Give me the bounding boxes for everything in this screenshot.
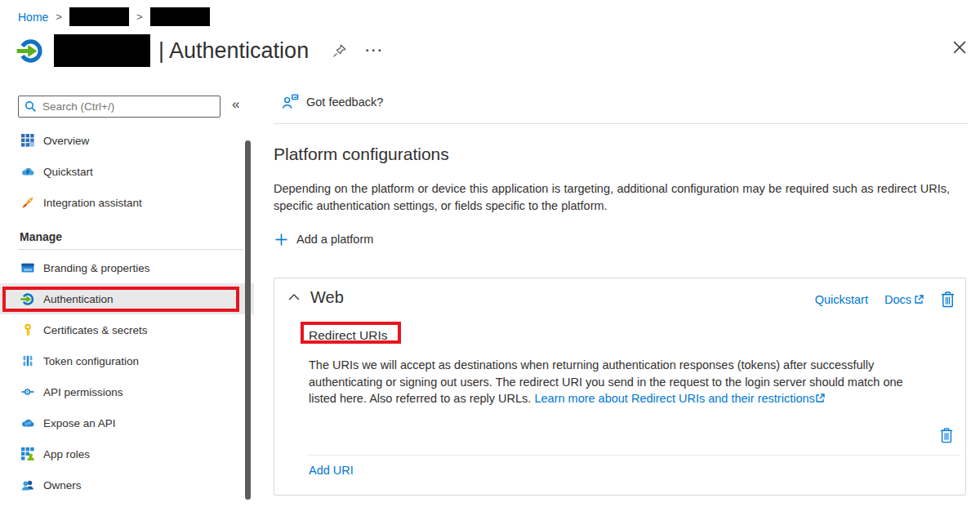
content-divider <box>274 123 968 124</box>
delete-uri-icon[interactable] <box>939 427 954 443</box>
integration-assistant-icon <box>20 196 34 210</box>
web-platform-card: Web Quickstart Docs <box>274 278 966 496</box>
sidebar-item-label: Integration assistant <box>43 197 142 209</box>
overview-icon <box>20 134 34 148</box>
branding-icon: www <box>20 261 34 275</box>
redirect-uris-heading: Redirect URIs <box>309 328 387 343</box>
sidebar-item-token-configuration[interactable]: Token configuration <box>0 345 254 376</box>
svg-text:www: www <box>24 268 33 272</box>
sidebar-section-manage: Manage <box>0 218 254 247</box>
certificates-icon <box>20 323 34 337</box>
docs-link-label: Docs <box>884 293 911 306</box>
sidebar-divider <box>18 249 243 250</box>
web-card-title: Web <box>310 288 344 307</box>
docs-link[interactable]: Docs <box>884 293 924 306</box>
sidebar-item-label: Authentication <box>43 293 114 305</box>
sidebar-item-app-roles[interactable]: App roles <box>0 438 254 469</box>
sidebar-item-overview[interactable]: Overview <box>0 125 254 156</box>
api-permissions-icon <box>20 385 34 399</box>
quickstart-icon <box>20 165 34 179</box>
sidebar-nav: Overview Quickstart Integration assistan… <box>0 125 254 500</box>
external-link-icon <box>815 394 825 403</box>
page-title: | Authentication <box>158 38 309 64</box>
breadcrumb-separator: > <box>136 11 143 23</box>
app-registration-icon <box>16 38 43 64</box>
expose-api-icon <box>20 416 34 430</box>
platform-configurations-description: Depending on the platform or device this… <box>274 180 950 215</box>
sidebar-item-authentication[interactable]: Authentication <box>0 283 254 314</box>
got-feedback-button[interactable]: Got feedback? <box>282 94 383 109</box>
sidebar-search <box>18 96 220 118</box>
sidebar-item-label: App roles <box>43 448 90 460</box>
breadcrumb-separator: > <box>56 11 62 23</box>
close-icon[interactable] <box>953 41 966 54</box>
sidebar-item-integration-assistant[interactable]: Integration assistant <box>0 187 254 218</box>
learn-more-link[interactable]: Learn more about Redirect URIs and their… <box>534 392 814 405</box>
sidebar-item-quickstart[interactable]: Quickstart <box>0 156 254 187</box>
sidebar-item-label: Quickstart <box>43 166 93 178</box>
sidebar-item-label: Overview <box>43 135 89 147</box>
feedback-icon <box>282 94 299 109</box>
sidebar-item-label: Expose an API <box>43 417 116 429</box>
azure-portal-page: Home > > | Authentication ··· <box>0 0 980 507</box>
add-platform-button[interactable]: Add a platform <box>275 233 373 246</box>
add-platform-label: Add a platform <box>296 233 373 246</box>
redacted-breadcrumb-item <box>150 7 210 26</box>
redacted-breadcrumb-item[interactable] <box>69 7 129 26</box>
more-options-icon[interactable]: ··· <box>365 47 384 55</box>
uri-row-divider <box>307 455 960 456</box>
collapse-sidebar-icon[interactable]: « <box>232 96 239 113</box>
web-card-actions: Quickstart Docs <box>815 291 956 308</box>
sidebar-item-api-permissions[interactable]: API permissions <box>0 376 254 407</box>
collapse-section-icon[interactable] <box>288 293 300 301</box>
delete-platform-icon[interactable] <box>940 291 956 308</box>
sidebar-item-expose-an-api[interactable]: Expose an API <box>0 407 254 438</box>
search-box[interactable] <box>18 96 220 118</box>
breadcrumb: Home > > <box>18 7 210 26</box>
breadcrumb-home-link[interactable]: Home <box>18 11 48 24</box>
sidebar-item-label: API permissions <box>43 386 123 398</box>
plus-icon <box>275 233 287 246</box>
token-icon <box>20 354 34 368</box>
search-input[interactable] <box>42 100 206 113</box>
page-header: | Authentication ··· <box>16 34 384 67</box>
sidebar-item-label: Branding & properties <box>43 262 150 274</box>
authentication-icon <box>20 292 34 306</box>
sidebar-item-label: Owners <box>43 479 82 491</box>
quickstart-link[interactable]: Quickstart <box>815 293 868 306</box>
sidebar-item-branding-properties[interactable]: www Branding & properties <box>0 252 254 283</box>
add-uri-link[interactable]: Add URI <box>309 464 354 477</box>
sidebar-item-label: Token configuration <box>43 355 139 367</box>
feedback-label: Got feedback? <box>306 96 383 109</box>
owners-icon <box>20 478 34 492</box>
app-roles-icon <box>20 447 34 461</box>
sidebar-item-certificates-secrets[interactable]: Certificates & secrets <box>0 314 254 345</box>
external-link-icon <box>914 295 924 305</box>
pin-icon[interactable] <box>332 43 347 59</box>
sidebar-scrollbar[interactable] <box>245 140 251 500</box>
platform-configurations-heading: Platform configurations <box>274 145 449 164</box>
sidebar-item-label: Certificates & secrets <box>43 324 148 336</box>
redacted-app-name <box>54 34 150 67</box>
sidebar-item-owners[interactable]: Owners <box>0 469 254 500</box>
search-icon <box>24 100 37 113</box>
redirect-uris-description: The URIs we will accept as destinations … <box>309 357 910 407</box>
